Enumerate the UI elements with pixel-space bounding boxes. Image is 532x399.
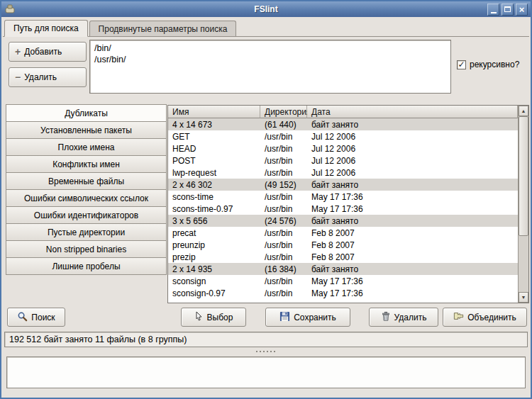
sidebar-item-duplicates[interactable]: Дубликаты	[6, 104, 167, 122]
cell-date: байт занято	[307, 180, 518, 190]
search-button[interactable]: Поиск	[7, 308, 65, 327]
scroll-down-button[interactable]: ▼	[519, 292, 528, 303]
table-row[interactable]: scons-time/usr/binMay 17 17:36	[168, 191, 518, 203]
search-label: Поиск	[31, 313, 55, 322]
cell-date: байт занято	[307, 264, 518, 274]
cell-date: Feb 8 2007	[307, 252, 518, 262]
sidebar-item-temp-files[interactable]: Временные файлы	[6, 172, 167, 190]
cell-date: Feb 8 2007	[307, 228, 518, 238]
tab-search-path[interactable]: Путь для поиска	[4, 20, 88, 37]
merge-button[interactable]: Объединить	[443, 308, 527, 327]
search-icon	[17, 311, 28, 324]
handle-dots-icon	[255, 351, 277, 352]
delete-label: Удалить	[394, 313, 427, 322]
sidebar-item-label: Ошибки идентификаторов	[34, 210, 138, 220]
delete-button[interactable]: Удалить	[369, 308, 438, 327]
column-header-directory[interactable]: Директория	[260, 106, 307, 118]
fslint-window: FSlint × Путь для поиска Продвинутые пар…	[0, 0, 532, 399]
cell-date: Jul 12 2006	[307, 168, 518, 178]
sidebar-item-label: Плохие имена	[58, 142, 115, 152]
cell-directory: /usr/bin	[260, 276, 307, 286]
scroll-up-button[interactable]: ▲	[519, 106, 528, 116]
sidebar-item-bad-symlinks[interactable]: Ошибки символических ссылок	[6, 189, 167, 207]
add-path-label: Добавить	[24, 47, 62, 57]
table-row[interactable]: sconsign-0.97/usr/binMay 17 17:36	[168, 287, 518, 299]
sidebar-item-empty-directories[interactable]: Пустые директории	[6, 223, 167, 241]
cell-directory: /usr/bin	[260, 204, 307, 214]
cell-name: 2 x 14 935	[168, 264, 260, 274]
pane-resize-handle[interactable]	[1, 349, 531, 354]
path-item[interactable]: /bin/	[94, 43, 446, 54]
table-group-row[interactable]: 4 x 14 673(61 440)байт занято	[168, 118, 518, 130]
close-button[interactable]: ×	[516, 4, 528, 16]
table-row[interactable]: POST/usr/binJul 12 2006	[168, 154, 518, 167]
cell-name: preunzip	[168, 240, 260, 250]
cell-date: Feb 8 2007	[307, 240, 518, 250]
scroll-up-icon: ▲	[521, 108, 526, 113]
cell-name: POST	[168, 156, 260, 166]
cell-directory: (61 440)	[260, 120, 307, 130]
column-header-name[interactable]: Имя	[168, 106, 260, 118]
maximize-button[interactable]	[501, 4, 514, 16]
search-paths-list[interactable]: /bin/ /usr/bin/	[89, 40, 451, 94]
sidebar-item-redundant-whitespace[interactable]: Лишние пробелы	[6, 257, 167, 275]
scroll-down-icon: ▼	[521, 295, 526, 300]
cell-directory: (16 384)	[260, 264, 307, 274]
table-row[interactable]: HEAD/usr/binJul 12 2006	[168, 142, 518, 154]
cell-date: May 17 17:36	[307, 204, 518, 214]
cell-name: HEAD	[168, 144, 260, 154]
sidebar-item-non-stripped-binaries[interactable]: Non stripped binaries	[6, 240, 167, 258]
save-button[interactable]: Сохранить	[265, 308, 350, 327]
table-row[interactable]: scons-time-0.97/usr/binMay 17 17:36	[168, 203, 518, 215]
cell-date: May 17 17:36	[307, 288, 518, 298]
sidebar-item-bad-names[interactable]: Плохие имена	[6, 138, 167, 156]
close-icon: ×	[519, 5, 525, 14]
table-row[interactable]: GET/usr/binJul 12 2006	[168, 130, 518, 142]
cell-name: GET	[168, 132, 260, 142]
sidebar-item-installed-packages[interactable]: Установленные пакеты	[6, 121, 167, 139]
window-title: FSlint	[1, 4, 531, 14]
table-row[interactable]: sconsign/usr/binMay 17 17:36	[168, 275, 518, 287]
sidebar-item-label: Временные файлы	[48, 176, 124, 186]
sidebar-item-label: Конфликты имен	[52, 159, 120, 169]
select-pointer-icon	[194, 311, 204, 323]
table-row[interactable]: preunzip/usr/binFeb 8 2007	[168, 239, 518, 251]
table-row[interactable]: lwp-request/usr/binJul 12 2006	[168, 167, 518, 179]
details-pane	[6, 356, 526, 388]
cell-directory: /usr/bin	[260, 144, 307, 154]
sidebar-item-name-clashes[interactable]: Конфликты имен	[6, 155, 167, 173]
notebook-tabs: Путь для поиска Продвинутые параметры по…	[3, 20, 529, 37]
select-button[interactable]: Выбор	[181, 308, 246, 327]
cell-directory: (49 152)	[260, 180, 307, 190]
app-icon	[4, 4, 16, 15]
merge-label: Объединить	[467, 313, 516, 322]
scrollbar-thumb[interactable]	[519, 116, 528, 236]
table-group-row[interactable]: 3 x 5 656(24 576)байт занято	[168, 215, 518, 227]
table-group-row[interactable]: 2 x 46 302(49 152)байт занято	[168, 179, 518, 191]
cell-name: precat	[168, 228, 260, 238]
table-row[interactable]: prezip/usr/binFeb 8 2007	[168, 251, 518, 263]
column-header-date[interactable]: Дата	[307, 106, 518, 118]
status-text: 192 512 байт занято 11 файлы (в 8 группы…	[9, 335, 187, 344]
cell-name: 2 x 46 302	[168, 180, 260, 190]
minimize-button[interactable]	[487, 4, 499, 16]
select-label: Выбор	[207, 313, 233, 322]
cell-directory: (24 576)	[260, 216, 307, 226]
tab-advanced-parameters[interactable]: Продвинутые параметры поиска	[89, 21, 237, 36]
table-group-row[interactable]: 2 x 14 935(16 384)байт занято	[168, 263, 518, 275]
path-item[interactable]: /usr/bin/	[94, 54, 446, 65]
scrollbar-track[interactable]	[519, 116, 528, 292]
vertical-scrollbar[interactable]: ▲ ▼	[518, 106, 528, 303]
sidebar-item-label: Лишние пробелы	[52, 262, 120, 271]
recursive-checkbox-row[interactable]: ✓ рекурсивно?	[457, 60, 519, 69]
cell-name: sconsign-0.97	[168, 288, 260, 298]
add-path-button[interactable]: + Добавить	[9, 42, 87, 62]
sidebar-item-bad-ids[interactable]: Ошибки идентификаторов	[6, 206, 167, 224]
cell-directory: /usr/bin	[260, 252, 307, 262]
recursive-checkbox[interactable]: ✓	[457, 60, 466, 69]
table-row[interactable]: precat/usr/binFeb 8 2007	[168, 227, 518, 239]
cell-date: байт занято	[307, 216, 518, 226]
remove-path-button[interactable]: − Удалить	[9, 67, 87, 87]
cell-date: байт занято	[307, 120, 518, 130]
cell-directory: /usr/bin	[260, 228, 307, 238]
